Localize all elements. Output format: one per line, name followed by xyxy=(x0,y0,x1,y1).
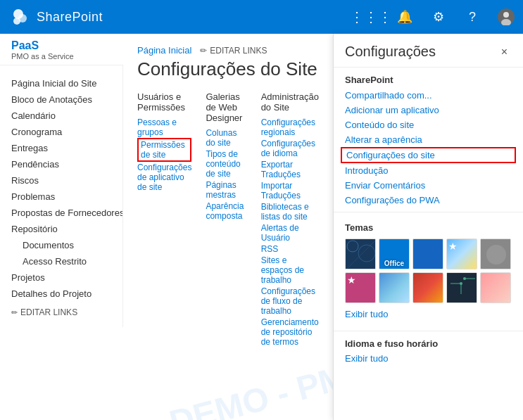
panel-divider-1 xyxy=(334,212,523,212)
gear-icon-btn[interactable]: ⚙ xyxy=(422,0,455,34)
sidebar-item-detalhes[interactable]: Detalhes do Projeto xyxy=(0,286,122,302)
panel-link-introducao[interactable]: Introdução xyxy=(334,163,523,178)
link-colunas[interactable]: Colunas do site xyxy=(206,127,246,148)
svg-rect-7 xyxy=(346,239,376,269)
theme9-circuit xyxy=(447,273,477,303)
topbar: SharePoint ⋮⋮⋮ 🔔 ⚙ ? xyxy=(0,0,523,34)
sidebar-item-projetos[interactable]: Projetos xyxy=(0,269,122,286)
panel-link-config-site[interactable]: Configurações do site xyxy=(341,147,516,163)
svg-rect-13 xyxy=(447,273,477,303)
edit-icon: ✏ xyxy=(11,308,18,317)
link-importar[interactable]: Importar Traduções xyxy=(261,180,319,201)
sidebar-item-acesso[interactable]: Acesso Restrito xyxy=(0,253,122,269)
breadcrumb-edit-label: EDITAR LINKS xyxy=(210,46,267,56)
sections-grid: Usuários e Permissões Pessoas e grupos P… xyxy=(137,91,319,359)
panel-close-button[interactable]: × xyxy=(497,44,512,60)
page-title: Configurações do Site xyxy=(137,58,319,80)
sidebar-item-pagina-inicial[interactable]: Página Inicial do Site xyxy=(0,75,122,91)
paas-subtitle: PMO as a Service xyxy=(11,52,112,61)
panel-link-adicionar[interactable]: Adicionar um aplicativo xyxy=(334,103,523,117)
panel-link-comentarios[interactable]: Enviar Comentários xyxy=(334,178,523,193)
themes-section: Temas Office ★ xyxy=(334,217,523,326)
theme-swatch-6[interactable]: ★ xyxy=(345,272,376,303)
link-tipos-conteudo[interactable]: Tipos de conteúdo de site xyxy=(206,148,246,179)
theme-swatch-9[interactable] xyxy=(446,272,477,303)
theme-swatch-10[interactable] xyxy=(480,272,511,303)
svg-point-18 xyxy=(463,277,466,280)
sidebar-item-riscos[interactable]: Riscos xyxy=(0,172,122,189)
sidebar-item-pendencias[interactable]: Pendências xyxy=(0,156,122,172)
link-termos[interactable]: Gerenciamento de repositório de termos xyxy=(261,317,319,348)
sidebar-item-entregas[interactable]: Entregas xyxy=(0,140,122,156)
panel-link-alterar[interactable]: Alterar a aparência xyxy=(334,132,523,147)
panel-title: Configurações xyxy=(345,44,436,60)
theme6-star: ★ xyxy=(347,274,356,286)
lang-title: Idioma e fuso horário xyxy=(345,338,512,349)
section-site-admin-title: Administração do Site xyxy=(261,91,319,113)
section-web-designer: Galerias de Web Designer Colunas do site… xyxy=(206,91,246,348)
theme-swatch-7[interactable] xyxy=(379,272,410,303)
theme-swatch-5[interactable] xyxy=(480,238,511,269)
paas-title: PaaS xyxy=(11,39,112,52)
theme-swatch-4[interactable]: ★ xyxy=(446,238,477,269)
bell-icon-btn[interactable]: 🔔 xyxy=(388,0,422,34)
link-rss[interactable]: RSS xyxy=(261,243,319,255)
lang-view-all[interactable]: Exibir tudo xyxy=(345,352,512,365)
themes-grid: Office ★ ★ xyxy=(345,238,512,303)
right-panel: Configurações × SharePoint Compartilhado… xyxy=(333,34,523,420)
link-exportar[interactable]: Exportar Traduções xyxy=(261,159,319,180)
section-users-title: Usuários e Permissões xyxy=(137,91,191,113)
sidebar-item-documentos[interactable]: Documentos xyxy=(0,237,122,253)
panel-link-pwa[interactable]: Configurações do PWA xyxy=(334,193,523,208)
link-pessoas[interactable]: Pessoas e grupos xyxy=(137,117,191,138)
link-config-idioma[interactable]: Configurações de idioma xyxy=(261,138,319,159)
help-icon-btn[interactable]: ? xyxy=(455,0,489,34)
theme-swatch-3[interactable] xyxy=(412,238,443,269)
link-config-regionais[interactable]: Configurações regionais xyxy=(261,117,319,138)
link-config-app[interactable]: Configurações de aplicativo de site xyxy=(137,162,191,193)
link-bibliotecas[interactable]: Bibliotecas e listas do site xyxy=(261,201,319,222)
link-aparencia[interactable]: Aparência composta xyxy=(206,201,246,222)
sidebar-item-bloco[interactable]: Bloco de Anotações xyxy=(0,91,122,108)
section-site-admin: Administração do Site Configurações regi… xyxy=(261,91,319,348)
panel-link-compartilhado[interactable]: Compartilhado com... xyxy=(334,88,523,103)
lang-section: Idioma e fuso horário Exibir tudo xyxy=(334,336,523,372)
logo: SharePoint xyxy=(8,6,103,28)
breadcrumb-home[interactable]: Página Inicial xyxy=(137,45,191,56)
sidebar-nav: Página Inicial do Site Bloco de Anotaçõe… xyxy=(0,72,122,305)
sidebar-item-repositorio[interactable]: Repositório xyxy=(0,221,122,237)
theme-swatch-office[interactable]: Office xyxy=(379,238,410,269)
sidebar-edit-links[interactable]: ✏ EDITAR LINKS xyxy=(0,305,122,320)
profile-avatar-icon xyxy=(498,8,515,25)
sidebar-item-problemas[interactable]: Problemas xyxy=(0,189,122,205)
topbar-right: ⋮⋮⋮ 🔔 ⚙ ? xyxy=(354,0,523,34)
breadcrumb: Página Inicial ✏ EDITAR LINKS xyxy=(137,45,319,56)
theme-swatch-8[interactable] xyxy=(412,272,443,303)
svg-point-3 xyxy=(13,18,20,25)
sidebar-item-cronograma[interactable]: Cronograma xyxy=(0,124,122,140)
content-area: DEMO - PMO as a Página Inicial ✏ EDITAR … xyxy=(123,34,333,420)
profile-icon-btn[interactable] xyxy=(489,0,523,34)
link-permissoes[interactable]: Permissões de site xyxy=(137,138,191,162)
section-web-designer-title: Galerias de Web Designer xyxy=(206,91,246,123)
theme-swatch-1[interactable] xyxy=(345,238,376,269)
panel-link-conteudo[interactable]: Conteúdo do site xyxy=(334,117,523,132)
edit-links-icon: ✏ xyxy=(200,46,207,56)
sidebar-edit-links-label: EDITAR LINKS xyxy=(20,307,77,317)
link-alertas[interactable]: Alertas de Usuário xyxy=(261,222,319,243)
breadcrumb-edit-links[interactable]: ✏ EDITAR LINKS xyxy=(200,46,267,56)
section-users-permissions: Usuários e Permissões Pessoas e grupos P… xyxy=(137,91,191,348)
sidebar: Página Inicial do Site Bloco de Anotaçõe… xyxy=(0,65,123,327)
waffle-icon-btn[interactable]: ⋮⋮⋮ xyxy=(354,0,388,34)
theme1-pattern xyxy=(346,239,376,269)
link-fluxo[interactable]: Configurações de fluxo de trabalho xyxy=(261,286,319,317)
sidebar-item-calendario[interactable]: Calendário xyxy=(0,108,122,124)
link-paginas-mestras[interactable]: Páginas mestras xyxy=(206,179,246,201)
themes-view-all[interactable]: Exibir tudo xyxy=(345,307,512,321)
main-layout: PaaS PMO as a Service Página Inicial do … xyxy=(0,34,523,420)
theme-office-label: Office xyxy=(384,260,404,267)
svg-point-5 xyxy=(503,12,509,18)
sidebar-item-propostas[interactable]: Propostas de Fornecedores xyxy=(0,205,122,221)
panel-divider-2 xyxy=(334,331,523,331)
link-sites[interactable]: Sites e espaços de trabalho xyxy=(261,255,319,286)
